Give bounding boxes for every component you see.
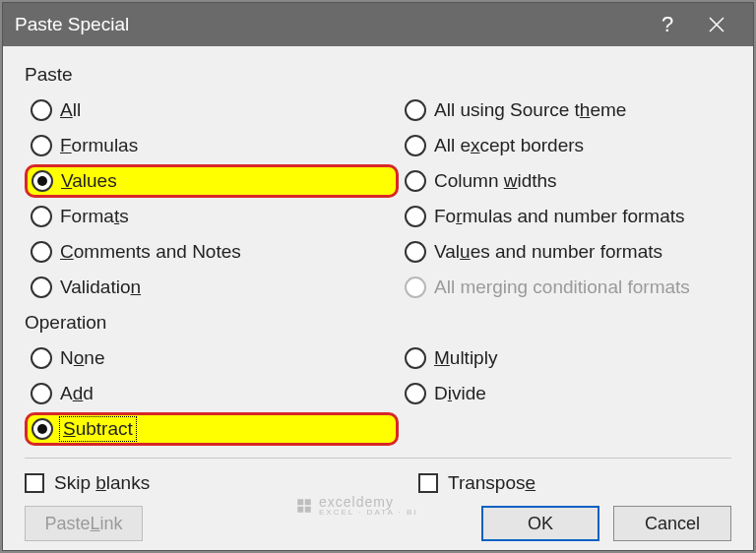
ok-button[interactable]: OK <box>481 506 599 541</box>
radio-except_borders[interactable]: All except borders <box>399 129 731 162</box>
radio-icon <box>405 170 426 192</box>
help-button[interactable]: ? <box>643 3 692 46</box>
radio-label-multiply: Multiply <box>434 347 497 369</box>
watermark-icon <box>295 497 313 515</box>
radio-subtract[interactable]: Subtract <box>25 412 399 446</box>
radio-label-validation: Validation <box>60 276 141 298</box>
radio-merge_cond: All merging conditional formats <box>399 271 731 304</box>
radio-icon <box>32 418 53 440</box>
radio-icon <box>31 99 52 121</box>
radio-icon <box>31 206 52 227</box>
radio-validation[interactable]: Validation <box>25 271 399 304</box>
radio-label-values_num: Values and number formats <box>434 241 662 263</box>
dialog-title: Paste Special <box>15 14 643 35</box>
radio-icon <box>405 135 426 156</box>
radio-label-source_theme: All using Source theme <box>434 99 626 121</box>
radio-label-formulas: Formulas <box>60 135 138 156</box>
radio-formats[interactable]: Formats <box>25 200 399 233</box>
radio-icon <box>405 99 426 121</box>
watermark-sub: EXCEL · DATA · BI <box>319 508 418 517</box>
close-button[interactable] <box>692 3 741 46</box>
dialog-content: Paste AllFormulasValuesFormatsComments a… <box>3 46 753 553</box>
radio-label-none: None <box>60 347 104 369</box>
radio-icon <box>31 241 52 263</box>
transpose-checkbox[interactable]: Transpose <box>418 472 536 494</box>
operation-group-label: Operation <box>25 312 731 334</box>
skip-blanks-checkbox[interactable]: Skip blanks <box>25 472 418 494</box>
radio-none[interactable]: None <box>25 341 399 375</box>
radio-label-formulas_num: Formulas and number formats <box>434 206 685 227</box>
radio-label-except_borders: All except borders <box>434 135 584 156</box>
radio-icon <box>405 241 426 263</box>
radio-add[interactable]: Add <box>25 377 399 410</box>
radio-values_num[interactable]: Values and number formats <box>399 235 731 269</box>
paste-group-label: Paste <box>25 64 731 86</box>
radio-label-subtract: Subtract <box>61 418 135 440</box>
radio-icon <box>31 383 52 404</box>
radio-label-add: Add <box>60 383 94 404</box>
radio-icon <box>31 276 52 298</box>
cancel-button[interactable]: Cancel <box>613 506 731 541</box>
checkbox-icon <box>418 473 438 493</box>
radio-formulas_num[interactable]: Formulas and number formats <box>399 200 731 233</box>
radio-icon <box>405 276 426 298</box>
radio-formulas[interactable]: Formulas <box>25 129 399 162</box>
radio-label-col_widths: Column widths <box>434 170 557 192</box>
radio-comments[interactable]: Comments and Notes <box>25 235 399 269</box>
paste-special-dialog: Paste Special ? Paste AllFormulasValuesF… <box>2 2 754 551</box>
radio-label-formats: Formats <box>60 206 129 227</box>
radio-label-comments: Comments and Notes <box>60 241 241 263</box>
radio-all[interactable]: All <box>25 93 399 127</box>
paste-options: AllFormulasValuesFormatsComments and Not… <box>25 93 731 304</box>
paste-link-button: Paste Link <box>25 506 143 541</box>
radio-icon <box>32 170 53 192</box>
check-row: Skip blanks Transpose <box>25 472 731 494</box>
radio-label-values: Values <box>61 170 117 192</box>
divider <box>25 458 731 459</box>
operation-options: NoneAddSubtract MultiplyDivide <box>25 341 731 446</box>
checkbox-icon <box>25 473 44 493</box>
radio-multiply[interactable]: Multiply <box>399 341 731 375</box>
radio-icon <box>31 347 52 369</box>
radio-label-divide: Divide <box>434 383 486 404</box>
radio-icon <box>405 347 426 369</box>
radio-col_widths[interactable]: Column widths <box>399 164 731 198</box>
radio-icon <box>31 135 52 156</box>
radio-label-all: All <box>60 99 81 121</box>
transpose-label: Transpose <box>448 472 536 494</box>
radio-values[interactable]: Values <box>25 164 399 198</box>
radio-icon <box>405 206 426 227</box>
radio-divide[interactable]: Divide <box>399 377 731 410</box>
skip-blanks-label: Skip blanks <box>54 472 150 494</box>
radio-source_theme[interactable]: All using Source theme <box>399 93 731 127</box>
titlebar: Paste Special ? <box>3 3 753 46</box>
radio-icon <box>405 383 426 404</box>
close-icon <box>709 17 724 32</box>
watermark: exceldemy EXCEL · DATA · BI <box>295 494 418 517</box>
radio-label-merge_cond: All merging conditional formats <box>434 276 690 298</box>
